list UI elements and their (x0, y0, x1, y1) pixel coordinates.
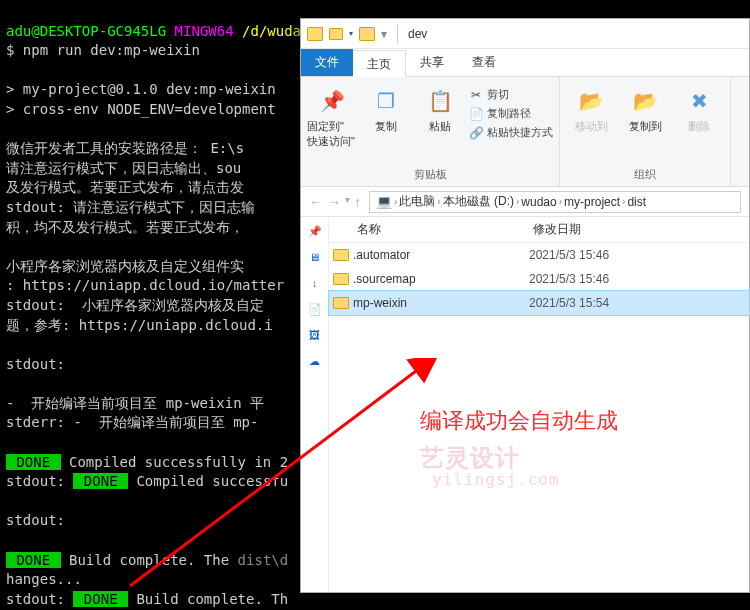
copy-path-button[interactable]: 📄复制路径 (469, 106, 553, 121)
paste-button[interactable]: 📋 粘贴 (415, 85, 465, 134)
ribbon-group-organize: 📂 移动到 📂 复制到 ✖ 删除 组织 (560, 77, 731, 186)
sidebar-collapsed[interactable]: 📌 🖥 ↓ 📄 🖼 ☁ (301, 217, 329, 592)
copy-to-label: 复制到 (629, 119, 662, 134)
terminal-line: 积，均不及发行模式。若要正式发布， (6, 219, 244, 235)
folder-open-icon[interactable] (359, 27, 375, 41)
paste-shortcut-button[interactable]: 🔗粘贴快捷方式 (469, 125, 553, 140)
terminal-line: Compiled successfully in 2 (61, 454, 289, 470)
dropdown-icon[interactable]: ▾ (349, 29, 353, 38)
done-badge: DONE (73, 473, 128, 489)
col-date[interactable]: 修改日期 (529, 221, 749, 238)
bc-seg[interactable]: 此电脑 (399, 193, 435, 210)
list-item[interactable]: .automator 2021/5/3 15:46 (329, 243, 749, 267)
history-dropdown-icon[interactable]: ▾ (345, 194, 350, 210)
copy-path-icon: 📄 (469, 107, 483, 121)
pin-label: 固定到" 快速访问" (307, 119, 357, 149)
done-badge: DONE (73, 591, 128, 607)
done-badge: DONE (6, 552, 61, 568)
chevron-right-icon[interactable]: › (516, 196, 519, 207)
move-to-button[interactable]: 📂 移动到 (566, 85, 616, 134)
clipboard-small-actions: ✂剪切 📄复制路径 🔗粘贴快捷方式 (469, 85, 553, 140)
copy-label: 复制 (375, 119, 397, 134)
overflow-icon[interactable]: ▾ (381, 27, 387, 41)
prompt-user: adu@DESKTOP-GC945LG (6, 23, 166, 39)
terminal-line: : https://uniapp.dcloud.io/matter (6, 277, 284, 293)
terminal-line: > cross-env NODE_ENV=development (6, 101, 276, 117)
col-name[interactable]: 名称 (329, 221, 529, 238)
chevron-right-icon[interactable]: › (559, 196, 562, 207)
terminal-line: 小程序各家浏览器内核及自定义组件实 (6, 258, 244, 274)
list-item[interactable]: .sourcemap 2021/5/3 15:46 (329, 267, 749, 291)
terminal-line: Build complete. The (61, 552, 238, 568)
bc-seg[interactable]: my-project (564, 195, 620, 209)
group-label-clipboard: 剪贴板 (301, 165, 559, 186)
terminal-line: Compiled successfu (128, 473, 288, 489)
tab-home[interactable]: 主页 (353, 50, 406, 77)
watermark-url: yilingsj.com (432, 470, 560, 489)
folder-icon (329, 273, 353, 285)
file-date: 2021/5/3 15:46 (529, 272, 609, 286)
file-list[interactable]: 名称 修改日期 .automator 2021/5/3 15:46 .sourc… (329, 217, 749, 592)
terminal-line: 及发行模式。若要正式发布，请点击发 (6, 179, 244, 195)
window-title: dev (402, 27, 433, 41)
column-headers[interactable]: 名称 修改日期 (329, 217, 749, 243)
chevron-right-icon[interactable]: › (394, 196, 397, 207)
terminal-line: stdout: (6, 591, 73, 607)
cut-icon: ✂ (469, 88, 483, 102)
quick-access-icon[interactable]: 📌 (307, 223, 323, 239)
file-date: 2021/5/3 15:54 (529, 296, 609, 310)
copy-icon: ❐ (370, 85, 402, 117)
chevron-right-icon[interactable]: › (622, 196, 625, 207)
quick-access-toolbar: ▾ ▾ (301, 27, 393, 41)
bc-seg[interactable]: wudao (521, 195, 556, 209)
terminal-line: stdout: 请注意运行模式下，因日志输 (6, 199, 255, 215)
paste-label: 粘贴 (429, 119, 451, 134)
folder-icon[interactable] (307, 27, 323, 41)
done-badge: DONE (6, 454, 61, 470)
terminal-dist: dist\d (238, 552, 289, 568)
chevron-right-icon[interactable]: › (437, 196, 440, 207)
explorer-titlebar[interactable]: ▾ ▾ dev (301, 19, 749, 49)
bc-seg[interactable]: dist (627, 195, 646, 209)
tab-view[interactable]: 查看 (458, 49, 510, 76)
downloads-icon[interactable]: ↓ (307, 275, 323, 291)
prompt-shell: MINGW64 (175, 23, 234, 39)
terminal-line: stdout: (6, 356, 65, 372)
copy-button[interactable]: ❐ 复制 (361, 85, 411, 134)
pin-button[interactable]: 📌 固定到" 快速访问" (307, 85, 357, 149)
group-label-organize: 组织 (560, 165, 730, 186)
copy-to-button[interactable]: 📂 复制到 (620, 85, 670, 134)
terminal-line: hanges... (6, 571, 82, 587)
pictures-icon[interactable]: 🖼 (307, 327, 323, 343)
ribbon-group-clipboard: 📌 固定到" 快速访问" ❐ 复制 📋 粘贴 ✂剪切 📄复制路径 🔗粘贴快捷方式 (301, 77, 560, 186)
terminal-line: 题，参考: https://uniapp.dcloud.i (6, 317, 273, 333)
tab-file[interactable]: 文件 (301, 49, 353, 76)
cut-button[interactable]: ✂剪切 (469, 87, 553, 102)
terminal-line: > my-project@0.1.0 dev:mp-weixin (6, 81, 276, 97)
move-to-icon: 📂 (575, 85, 607, 117)
documents-icon[interactable]: 📄 (307, 301, 323, 317)
list-item-selected[interactable]: mp-weixin 2021/5/3 15:54 (329, 291, 749, 315)
file-name: .sourcemap (353, 272, 529, 286)
folder-icon-small[interactable] (329, 28, 343, 40)
bc-seg[interactable]: 本地磁盘 (D:) (443, 193, 514, 210)
folder-icon (329, 297, 353, 309)
file-date: 2021/5/3 15:46 (529, 248, 609, 262)
move-to-label: 移动到 (575, 119, 608, 134)
file-explorer-window[interactable]: ▾ ▾ dev 文件 主页 共享 查看 📌 固定到" 快速访问" ❐ 复制 (300, 18, 750, 593)
breadcrumb-path[interactable]: 💻 › 此电脑 › 本地磁盘 (D:) › wudao › my-project… (369, 191, 741, 213)
tab-share[interactable]: 共享 (406, 49, 458, 76)
pc-icon: 💻 (376, 194, 392, 209)
breadcrumb-bar: ← → ▾ ↑ 💻 › 此电脑 › 本地磁盘 (D:) › wudao › my… (301, 187, 749, 217)
forward-icon[interactable]: → (327, 194, 341, 210)
back-icon[interactable]: ← (309, 194, 323, 210)
desktop-icon[interactable]: 🖥 (307, 249, 323, 265)
terminal-line: - 开始编译当前项目至 mp-weixin 平 (6, 395, 264, 411)
terminal-line: 微信开发者工具的安装路径是： E:\s (6, 140, 244, 156)
delete-icon: ✖ (683, 85, 715, 117)
terminal-line: stderr: - 开始编译当前项目至 mp- (6, 414, 258, 430)
up-icon[interactable]: ↑ (354, 194, 361, 210)
delete-button[interactable]: ✖ 删除 (674, 85, 724, 134)
terminal-line: stdout: 小程序各家浏览器内核及自定 (6, 297, 264, 313)
onedrive-icon[interactable]: ☁ (307, 353, 323, 369)
